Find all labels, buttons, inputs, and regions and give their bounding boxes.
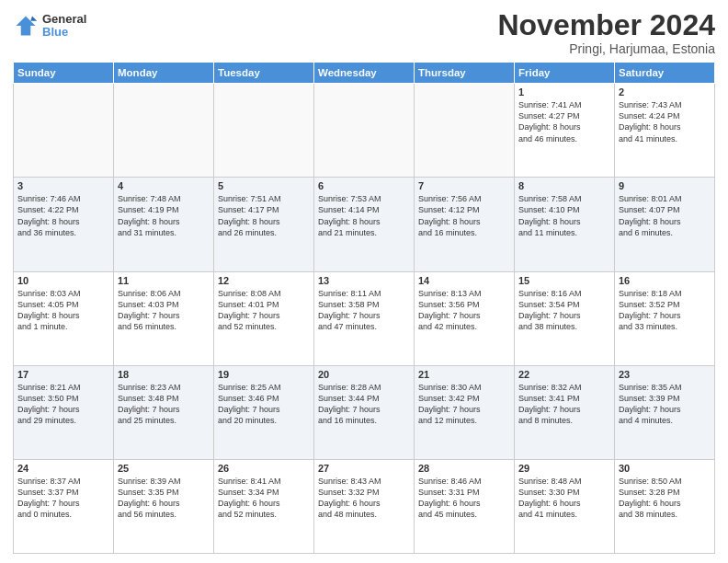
table-row: 1Sunrise: 7:41 AM Sunset: 4:27 PM Daylig… [515,84,615,178]
table-row: 26Sunrise: 8:41 AM Sunset: 3:34 PM Dayli… [214,459,314,553]
calendar-page: General Blue November 2024 Pringi, Harju… [0,0,728,563]
day-info: Sunrise: 7:43 AM Sunset: 4:24 PM Dayligh… [619,99,711,144]
table-row: 25Sunrise: 8:39 AM Sunset: 3:35 PM Dayli… [114,459,214,553]
day-number: 29 [518,463,610,474]
table-row: 12Sunrise: 8:08 AM Sunset: 4:01 PM Dayli… [214,271,314,365]
day-number: 3 [17,180,109,191]
calendar-week-row: 17Sunrise: 8:21 AM Sunset: 3:50 PM Dayli… [14,365,715,459]
table-row: 19Sunrise: 8:25 AM Sunset: 3:46 PM Dayli… [214,365,314,459]
day-info: Sunrise: 8:28 AM Sunset: 3:44 PM Dayligh… [318,382,410,427]
header-wednesday: Wednesday [314,63,415,84]
table-row [214,84,314,178]
day-info: Sunrise: 8:43 AM Sunset: 3:32 PM Dayligh… [318,476,410,521]
table-row: 27Sunrise: 8:43 AM Sunset: 3:32 PM Dayli… [314,459,415,553]
table-row: 30Sunrise: 8:50 AM Sunset: 3:28 PM Dayli… [615,459,715,553]
day-info: Sunrise: 8:01 AM Sunset: 4:07 PM Dayligh… [619,193,711,238]
table-row: 10Sunrise: 8:03 AM Sunset: 4:05 PM Dayli… [14,271,114,365]
day-info: Sunrise: 8:46 AM Sunset: 3:31 PM Dayligh… [418,476,510,521]
day-number: 20 [318,369,410,380]
day-number: 8 [518,180,610,191]
day-info: Sunrise: 8:25 AM Sunset: 3:46 PM Dayligh… [218,382,310,427]
day-number: 22 [518,369,610,380]
logo-general-text: General [42,13,86,26]
table-row: 15Sunrise: 8:16 AM Sunset: 3:54 PM Dayli… [515,271,615,365]
title-section: November 2024 Pringi, Harjumaa, Estonia [497,9,715,56]
day-number: 30 [619,463,711,474]
day-number: 11 [118,275,210,286]
logo-icon [13,13,39,39]
day-info: Sunrise: 8:08 AM Sunset: 4:01 PM Dayligh… [218,288,310,333]
day-info: Sunrise: 7:41 AM Sunset: 4:27 PM Dayligh… [518,99,610,144]
calendar-week-row: 3Sunrise: 7:46 AM Sunset: 4:22 PM Daylig… [14,178,715,271]
day-number: 9 [619,180,711,191]
table-row: 24Sunrise: 8:37 AM Sunset: 3:37 PM Dayli… [14,459,114,553]
day-info: Sunrise: 7:58 AM Sunset: 4:10 PM Dayligh… [518,193,610,238]
day-number: 17 [17,369,109,380]
table-row: 7Sunrise: 7:56 AM Sunset: 4:12 PM Daylig… [415,178,515,271]
day-info: Sunrise: 8:30 AM Sunset: 3:42 PM Dayligh… [418,382,510,427]
header-thursday: Thursday [415,63,515,84]
day-number: 14 [418,275,510,286]
table-row: 14Sunrise: 8:13 AM Sunset: 3:56 PM Dayli… [415,271,515,365]
day-number: 19 [218,369,310,380]
day-number: 6 [318,180,410,191]
table-row: 29Sunrise: 8:48 AM Sunset: 3:30 PM Dayli… [515,459,615,553]
header-saturday: Saturday [615,63,715,84]
logo-text: General Blue [42,13,86,40]
table-row: 22Sunrise: 8:32 AM Sunset: 3:41 PM Dayli… [515,365,615,459]
table-row: 21Sunrise: 8:30 AM Sunset: 3:42 PM Dayli… [415,365,515,459]
table-row: 6Sunrise: 7:53 AM Sunset: 4:14 PM Daylig… [314,178,415,271]
table-row: 8Sunrise: 7:58 AM Sunset: 4:10 PM Daylig… [515,178,615,271]
table-row: 9Sunrise: 8:01 AM Sunset: 4:07 PM Daylig… [615,178,715,271]
day-number: 26 [218,463,310,474]
calendar-week-row: 10Sunrise: 8:03 AM Sunset: 4:05 PM Dayli… [14,271,715,365]
month-title: November 2024 [497,9,715,41]
table-row [415,84,515,178]
day-info: Sunrise: 8:13 AM Sunset: 3:56 PM Dayligh… [418,288,510,333]
day-info: Sunrise: 8:32 AM Sunset: 3:41 PM Dayligh… [518,382,610,427]
day-info: Sunrise: 7:46 AM Sunset: 4:22 PM Dayligh… [17,193,109,238]
day-info: Sunrise: 7:51 AM Sunset: 4:17 PM Dayligh… [218,193,310,238]
day-number: 24 [17,463,109,474]
day-number: 4 [118,180,210,191]
day-number: 2 [619,86,711,98]
logo: General Blue [13,13,86,40]
day-number: 21 [418,369,510,380]
day-info: Sunrise: 8:23 AM Sunset: 3:48 PM Dayligh… [118,382,210,427]
day-info: Sunrise: 8:41 AM Sunset: 3:34 PM Dayligh… [218,476,310,521]
day-number: 7 [418,180,510,191]
header-tuesday: Tuesday [214,63,314,84]
svg-marker-1 [30,17,37,21]
day-number: 10 [17,275,109,286]
day-number: 23 [619,369,711,380]
calendar-table: Sunday Monday Tuesday Wednesday Thursday… [13,62,715,554]
calendar-week-row: 24Sunrise: 8:37 AM Sunset: 3:37 PM Dayli… [14,459,715,553]
header-friday: Friday [515,63,615,84]
table-row [314,84,415,178]
day-info: Sunrise: 8:48 AM Sunset: 3:30 PM Dayligh… [518,476,610,521]
table-row [114,84,214,178]
day-number: 12 [218,275,310,286]
weekday-header-row: Sunday Monday Tuesday Wednesday Thursday… [14,63,715,84]
day-info: Sunrise: 8:50 AM Sunset: 3:28 PM Dayligh… [619,476,711,521]
calendar-week-row: 1Sunrise: 7:41 AM Sunset: 4:27 PM Daylig… [14,84,715,178]
location-title: Pringi, Harjumaa, Estonia [497,41,715,56]
day-number: 15 [518,275,610,286]
day-number: 27 [318,463,410,474]
table-row: 23Sunrise: 8:35 AM Sunset: 3:39 PM Dayli… [615,365,715,459]
table-row: 16Sunrise: 8:18 AM Sunset: 3:52 PM Dayli… [615,271,715,365]
table-row: 5Sunrise: 7:51 AM Sunset: 4:17 PM Daylig… [214,178,314,271]
day-number: 28 [418,463,510,474]
day-number: 25 [118,463,210,474]
table-row: 13Sunrise: 8:11 AM Sunset: 3:58 PM Dayli… [314,271,415,365]
table-row: 20Sunrise: 8:28 AM Sunset: 3:44 PM Dayli… [314,365,415,459]
day-info: Sunrise: 8:03 AM Sunset: 4:05 PM Dayligh… [17,288,109,333]
day-info: Sunrise: 7:53 AM Sunset: 4:14 PM Dayligh… [318,193,410,238]
day-info: Sunrise: 8:39 AM Sunset: 3:35 PM Dayligh… [118,476,210,521]
day-info: Sunrise: 8:37 AM Sunset: 3:37 PM Dayligh… [17,476,109,521]
table-row: 11Sunrise: 8:06 AM Sunset: 4:03 PM Dayli… [114,271,214,365]
day-number: 5 [218,180,310,191]
day-info: Sunrise: 8:35 AM Sunset: 3:39 PM Dayligh… [619,382,711,427]
table-row: 17Sunrise: 8:21 AM Sunset: 3:50 PM Dayli… [14,365,114,459]
day-number: 13 [318,275,410,286]
